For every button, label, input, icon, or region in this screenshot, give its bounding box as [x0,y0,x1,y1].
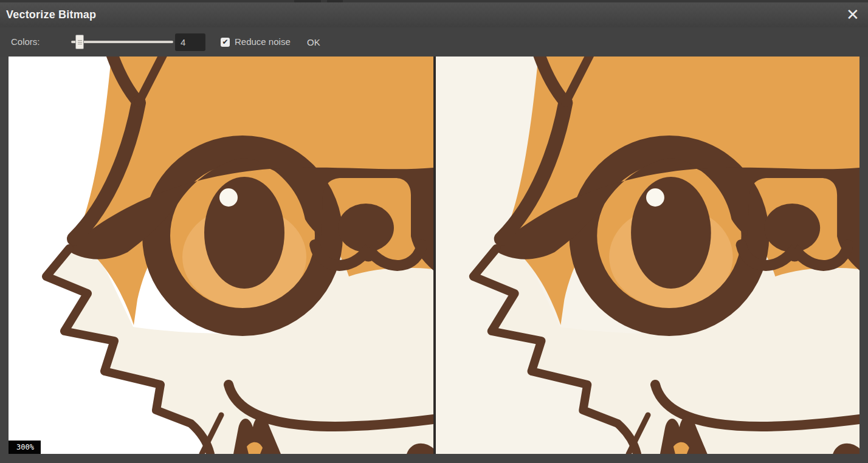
colors-slider[interactable] [71,27,173,57]
dialog-titlebar: Vectorize Bitmap ✕ [0,2,868,27]
vectorize-bitmap-dialog: Vectorize Bitmap ✕ Colors: ✔ Reduce nois… [0,0,868,463]
colors-value-input[interactable] [175,33,205,51]
vectorized-fox-image [436,57,859,454]
dialog-toolbar: Colors: ✔ Reduce noise OK [0,27,868,57]
colors-slider-handle[interactable] [75,35,84,49]
dialog-title: Vectorize Bitmap [6,2,96,27]
colors-label: Colors: [11,27,40,57]
vector-preview-panel[interactable] [436,57,859,454]
ok-button[interactable]: OK [307,27,320,57]
checkmark-icon: ✔ [222,38,228,46]
colors-slider-track[interactable] [71,41,173,43]
close-button[interactable]: ✕ [843,4,863,26]
reduce-noise-checkbox[interactable]: ✔ [221,38,230,47]
bitmap-fox-image [9,57,433,454]
zoom-level-badge: 300% [9,441,41,454]
bitmap-preview-panel[interactable]: 300% [9,57,433,454]
preview-area: 300% [9,57,859,454]
close-icon: ✕ [846,5,859,24]
reduce-noise-label[interactable]: Reduce noise [235,27,291,57]
